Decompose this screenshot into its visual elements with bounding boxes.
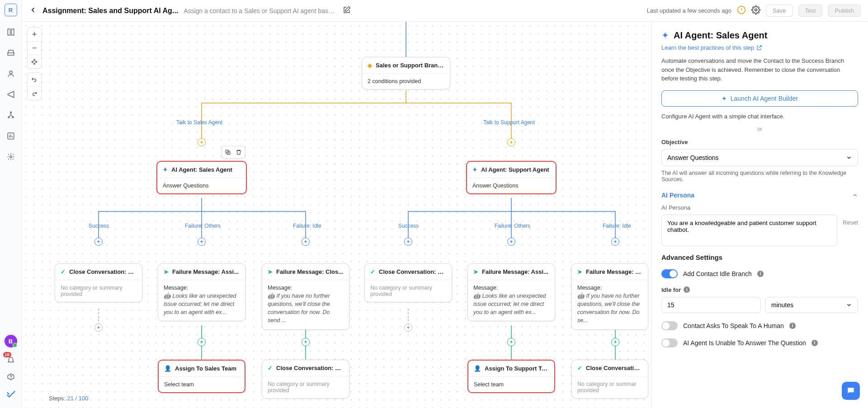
- node-assign-support[interactable]: 👤Assign To Support Team Select team: [467, 360, 555, 393]
- broadcast-icon[interactable]: [6, 89, 16, 99]
- add-step-button[interactable]: +: [404, 238, 412, 246]
- redo-button[interactable]: [28, 86, 41, 100]
- svg-point-10: [755, 9, 757, 11]
- node-title: Sales or Support Branch: [376, 62, 444, 69]
- user-avatar[interactable]: B: [5, 335, 17, 347]
- save-button[interactable]: Save: [766, 5, 793, 17]
- info-icon[interactable]: i: [757, 271, 764, 277]
- divider-or: or: [661, 126, 858, 132]
- node-failure-message[interactable]: ➤Failure Message: Assi... Message:🤖 Look…: [158, 263, 245, 321]
- add-step-button[interactable]: +: [198, 238, 206, 246]
- topbar: Assignment: Sales and Support AI Ag... A…: [22, 0, 868, 22]
- idle-unit-select[interactable]: minutes: [765, 297, 858, 313]
- branch-label: Failure: Others: [492, 222, 533, 230]
- node-title: AI Agent: Sales Agent: [171, 166, 232, 173]
- ai-unable-answer-toggle[interactable]: [661, 338, 678, 347]
- node-close-conversation[interactable]: ✓Close Conversation: S... No category or…: [262, 360, 349, 399]
- message-text: 🤖 Looks like an unexpected issue occurre…: [473, 292, 549, 316]
- node-assign-sales[interactable]: 👤Assign To Sales Team Select team: [158, 360, 245, 393]
- back-button[interactable]: [29, 6, 37, 16]
- floating-help-button[interactable]: [842, 382, 860, 400]
- advanced-settings-header: Advanced Settings: [661, 253, 858, 261]
- branch-label-support: Talk to Support Agent: [481, 118, 538, 127]
- gear-icon[interactable]: [751, 5, 760, 16]
- reports-icon[interactable]: [6, 131, 16, 141]
- svg-point-8: [10, 378, 11, 379]
- message-text: 🤖 If you have no further questions, we'l…: [577, 292, 642, 325]
- info-icon[interactable]: i: [684, 286, 690, 293]
- info-icon[interactable]: i: [789, 323, 796, 329]
- svg-point-7: [9, 156, 12, 158]
- best-practices-link[interactable]: Learn the best practices of this step: [661, 44, 858, 51]
- contacts-icon[interactable]: [6, 69, 16, 79]
- chevron-down-icon: [846, 302, 852, 308]
- settings-icon[interactable]: [6, 152, 16, 162]
- help-icon[interactable]: [6, 372, 16, 382]
- edit-icon[interactable]: [343, 6, 351, 16]
- panels-icon[interactable]: [6, 27, 16, 37]
- steps-counter: Steps: 21 / 100: [49, 395, 88, 402]
- add-step-button[interactable]: +: [198, 338, 206, 346]
- workflows-icon[interactable]: [6, 110, 16, 120]
- page-description: Assign a contact to a Sales or Support A…: [184, 7, 337, 14]
- node-branch[interactable]: ◈Sales or Support Branch 2 conditions pr…: [362, 57, 450, 89]
- test-button[interactable]: Test: [798, 5, 823, 17]
- copy-icon[interactable]: [224, 148, 232, 156]
- node-failure-message[interactable]: ➤Failure Message: C... Message:🤖 If you …: [571, 263, 648, 330]
- publish-button[interactable]: Publish: [828, 5, 861, 17]
- send-icon: ➤: [268, 268, 273, 275]
- add-step-button[interactable]: +: [507, 338, 515, 346]
- undo-button[interactable]: [28, 73, 41, 86]
- node-failure-message[interactable]: ➤Failure Message: Assi... Message:🤖 Look…: [467, 263, 555, 321]
- node-title: Close Conversation:: [586, 365, 642, 371]
- add-step-button[interactable]: +: [611, 238, 619, 246]
- node-ai-support-agent[interactable]: ✦AI Agent: Support Agent Answer Question…: [466, 161, 557, 194]
- objective-hint: The AI will answer all incoming question…: [661, 170, 858, 183]
- add-step-button[interactable]: +: [94, 238, 103, 246]
- notifications-icon[interactable]: 18: [6, 355, 16, 365]
- chevron-up-icon: [852, 192, 858, 198]
- warning-icon[interactable]: [737, 5, 746, 16]
- node-subtitle: 2 conditions provided: [362, 74, 450, 89]
- branch-label: Failure: Idle: [600, 222, 634, 230]
- node-body: No category or summary provided: [55, 280, 142, 302]
- node-failure-message[interactable]: ➤Failure Message: Clos... Message:🤖 If y…: [262, 263, 349, 330]
- idle-duration-input[interactable]: [661, 297, 761, 313]
- panel-help: Configure AI Agent with a simple chat in…: [661, 113, 858, 120]
- launch-ai-agent-builder-button[interactable]: ✦Launch AI Agent Builder: [661, 90, 858, 107]
- add-step-button[interactable]: +: [507, 138, 515, 146]
- ai-persona-section-header[interactable]: AI Persona: [661, 192, 858, 199]
- add-step-button[interactable]: +: [302, 338, 310, 346]
- zoom-out-button[interactable]: −: [28, 41, 41, 55]
- add-step-button[interactable]: +: [302, 238, 310, 246]
- node-close-conversation[interactable]: ✓Close Conversation: S... No category or…: [364, 263, 452, 302]
- node-close-conversation[interactable]: ✓Close Conversation: No category or summ…: [571, 360, 648, 399]
- workflow-canvas[interactable]: + −: [22, 22, 651, 408]
- workspace-badge[interactable]: R: [5, 4, 17, 16]
- message-text: 🤖 Looks like an unexpected issue occurre…: [164, 292, 240, 316]
- fit-view-button[interactable]: [28, 55, 41, 68]
- node-title: Close Conversation: S...: [276, 365, 344, 371]
- node-subtitle: Answer Questions: [467, 178, 556, 193]
- toggle-label: Contact Asks To Speak To A Human: [683, 322, 784, 329]
- node-title: Failure Message: Assi...: [172, 268, 239, 275]
- zoom-in-button[interactable]: +: [28, 28, 41, 41]
- node-ai-sales-agent[interactable]: ✦AI Agent: Sales Agent Answer Questions: [156, 161, 247, 194]
- inbox-icon[interactable]: [6, 48, 16, 58]
- delete-icon[interactable]: [235, 148, 243, 156]
- node-close-conversation[interactable]: ✓Close Conversation: S... No category or…: [55, 263, 142, 302]
- logo-icon[interactable]: [6, 389, 16, 399]
- node-title: Assign To Support Team: [485, 365, 549, 372]
- node-body: No category or summar provided: [572, 376, 648, 398]
- objective-select[interactable]: Answer Questions: [661, 149, 858, 166]
- add-step-button[interactable]: +: [611, 338, 619, 346]
- contact-asks-human-toggle[interactable]: [661, 321, 678, 330]
- info-icon[interactable]: i: [811, 340, 818, 346]
- add-step-button[interactable]: +: [507, 238, 515, 246]
- add-step-button[interactable]: +: [94, 324, 103, 332]
- add-step-button[interactable]: +: [198, 138, 206, 146]
- reset-button[interactable]: Reset: [843, 215, 858, 226]
- add-contact-idle-branch-toggle[interactable]: [661, 269, 678, 278]
- add-step-button[interactable]: +: [404, 324, 412, 332]
- ai-persona-textarea[interactable]: [661, 215, 837, 246]
